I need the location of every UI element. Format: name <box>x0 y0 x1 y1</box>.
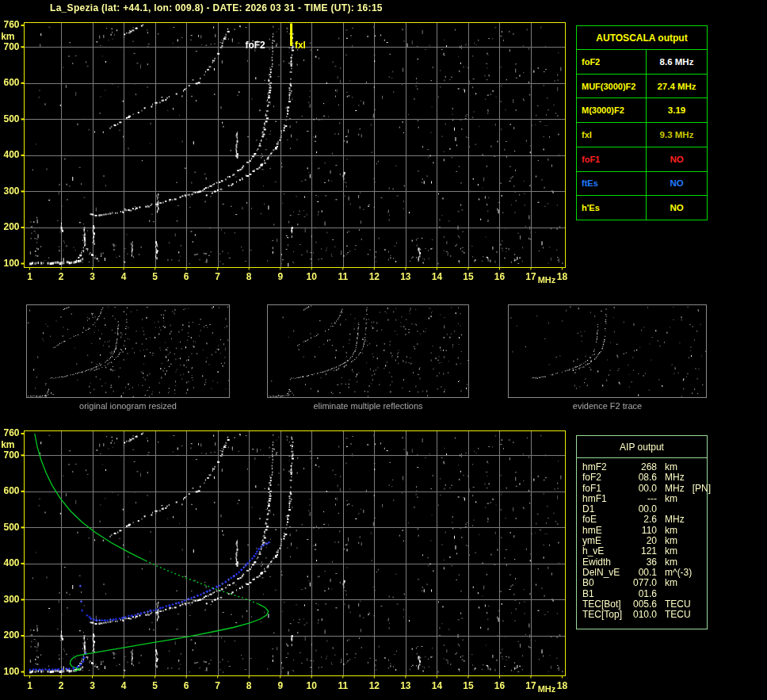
bottom-profile-plot <box>24 430 566 676</box>
top-ionogram-plot <box>24 22 566 268</box>
table-row: foF1NO <box>577 147 707 172</box>
aip-row: foF100.0MHz[PN] <box>582 484 707 494</box>
table-row: h'EsNO <box>577 196 707 220</box>
aip-row: ymE20km <box>582 536 707 546</box>
aip-row: foF208.6MHz <box>582 472 707 483</box>
aip-row: DelN_vE00.1m^(-3) <box>582 568 707 578</box>
table-row: foF28.6 MHz <box>577 50 707 75</box>
parameter-label: MUF(3000)F2 <box>577 75 647 98</box>
parameter-label: foF1 <box>577 147 647 171</box>
thumbnail-caption-original: original ionogram resized <box>26 401 230 411</box>
table-row: M(3000)F23.19 <box>577 98 707 123</box>
parameter-label: ftEs <box>577 172 647 196</box>
aip-row: hmE110km <box>582 526 707 536</box>
aip-row: h_vE121km <box>582 546 707 557</box>
parameter-value: 3.19 <box>647 98 707 122</box>
autoscala-table-rows: foF28.6 MHzMUF(3000)F227.4 MHzM(3000)F23… <box>577 50 707 220</box>
autoscala-window: La_Spezia (lat: +44.1, lon: 009.8) - DAT… <box>0 0 767 700</box>
autoscala-output-table: AUTOSCALA output foF28.6 MHzMUF(3000)F22… <box>576 25 708 220</box>
parameter-value: 9.3 MHz <box>647 123 707 147</box>
aip-row: TEC[Bot]005.6TECU <box>582 599 707 610</box>
parameter-label: h'Es <box>577 196 647 220</box>
aip-row: TEC[Top]010.0TECU <box>582 610 707 620</box>
thumbnail-caption-cleaned: eliminate multiple reflections <box>267 401 469 411</box>
parameter-value: NO <box>647 147 707 171</box>
parameter-value: NO <box>647 172 707 196</box>
aip-row: B101.6 <box>582 589 707 599</box>
aip-row: Ewidth36km <box>582 557 707 568</box>
parameter-label: M(3000)F2 <box>577 98 647 122</box>
parameter-value: 27.4 MHz <box>647 75 707 98</box>
autoscala-table-title: AUTOSCALA output <box>577 26 707 50</box>
aip-output-table: AIP output hmF2268kmfoF208.6MHzfoF100.0M… <box>576 435 708 629</box>
parameter-label: foF2 <box>577 50 647 74</box>
parameter-value: 8.6 MHz <box>647 50 707 74</box>
thumbnail-caption-f2trace: evidence F2 trace <box>508 401 707 411</box>
table-row: ftEsNO <box>577 172 707 197</box>
aip-row: B0077.0km <box>582 578 707 588</box>
parameter-value: NO <box>647 196 707 220</box>
aip-row: hmF1---km <box>582 494 707 504</box>
aip-table-rows: hmF2268kmfoF208.6MHzfoF100.0MHz[PN]hmF1-… <box>576 458 708 629</box>
station-title: La_Spezia (lat: +44.1, lon: 009.8) - DAT… <box>50 2 383 13</box>
aip-row: D100.0 <box>582 504 707 514</box>
aip-row: hmF2268km <box>582 462 707 472</box>
aip-row: foE2.6MHz <box>582 514 707 525</box>
table-row: MUF(3000)F227.4 MHz <box>577 75 707 99</box>
aip-table-title: AIP output <box>576 435 708 458</box>
thumbnail-f2trace <box>508 304 707 398</box>
thumbnail-original <box>26 304 230 398</box>
thumbnail-cleaned <box>267 304 469 398</box>
table-row: fxI9.3 MHz <box>577 123 707 147</box>
parameter-label: fxI <box>577 123 647 147</box>
